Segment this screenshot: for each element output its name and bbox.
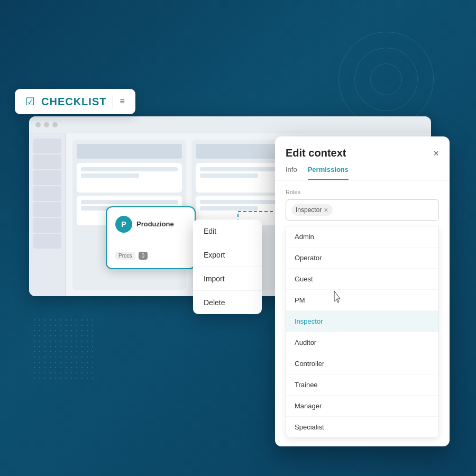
context-menu-edit[interactable]: Edit <box>193 219 262 243</box>
win-dot-3 <box>52 122 58 127</box>
menu-icon[interactable]: ≡ <box>120 97 124 106</box>
window-header <box>29 116 431 133</box>
context-menu: Edit Export Import Delete <box>193 219 262 314</box>
tab-permissions[interactable]: Permissions <box>308 166 349 180</box>
modal-header: Edit context × <box>275 136 450 159</box>
produzione-card: P Produzione Procs 0 <box>106 206 196 269</box>
sidebar-mini-1 <box>33 139 61 153</box>
win-dot-1 <box>35 122 41 127</box>
dropdown-item-manager[interactable]: Manager <box>286 396 438 417</box>
dropdown-item-trainee[interactable]: Trainee <box>286 374 438 396</box>
sidebar-mini-5 <box>33 202 61 217</box>
col-header-1 <box>77 144 182 159</box>
card-line-short <box>81 173 139 178</box>
win-dot-2 <box>44 122 49 127</box>
sidebar-mini-3 <box>33 170 61 185</box>
role-tag-inspector: Inspector × <box>291 204 333 216</box>
modal-close-button[interactable]: × <box>433 149 439 158</box>
modal-title: Edit context <box>286 147 346 159</box>
card-line <box>81 167 178 171</box>
context-menu-import[interactable]: Import <box>193 267 262 291</box>
checklist-icon: ☑ <box>25 95 35 108</box>
sidebar-mini-4 <box>33 186 61 201</box>
proc-count: 0 <box>139 252 148 260</box>
edit-context-modal: Edit context × Info Permissions Roles In… <box>275 136 450 446</box>
app-sidebar <box>29 133 66 296</box>
dropdown-item-specialist[interactable]: Specialist <box>286 417 438 437</box>
sidebar-mini-2 <box>33 154 61 169</box>
dropdown-list: Admin Operator Guest PM Inspector Audito… <box>286 226 439 438</box>
sidebar-mini-6 <box>33 218 61 233</box>
kanban-card-1 <box>77 163 182 193</box>
roles-input-area[interactable]: Inspector × <box>286 199 439 221</box>
dropdown-item-inspector[interactable]: Inspector <box>286 311 438 332</box>
modal-body: Roles Inspector × Admin Operator Guest P… <box>275 180 450 446</box>
roles-label: Roles <box>286 189 439 195</box>
dropdown-item-auditor[interactable]: Auditor <box>286 332 438 353</box>
dropdown-item-pm[interactable]: PM <box>286 290 438 311</box>
dropdown-item-guest[interactable]: Guest <box>286 269 438 290</box>
role-tag-label: Inspector <box>296 206 322 214</box>
dropdown-item-operator[interactable]: Operator <box>286 248 438 269</box>
modal-tabs: Info Permissions <box>275 159 450 180</box>
checklist-badge: ☑ CHECKLIST ≡ <box>15 89 135 114</box>
proc-label: Procs <box>115 252 135 260</box>
context-menu-delete[interactable]: Delete <box>193 291 262 314</box>
card-line <box>81 200 178 204</box>
role-tag-remove[interactable]: × <box>324 206 328 214</box>
card-line-short <box>200 206 258 210</box>
dropdown-item-controller[interactable]: Controller <box>286 353 438 374</box>
app-title: CHECKLIST <box>41 96 106 108</box>
dropdown-item-admin[interactable]: Admin <box>286 226 438 248</box>
badge-divider <box>113 95 113 108</box>
tab-info[interactable]: Info <box>286 166 297 180</box>
produzione-avatar: P <box>115 216 132 233</box>
card-line-short <box>200 173 258 178</box>
context-menu-export[interactable]: Export <box>193 243 262 267</box>
produzione-footer: Procs 0 <box>115 252 186 260</box>
sidebar-mini-7 <box>33 234 61 249</box>
